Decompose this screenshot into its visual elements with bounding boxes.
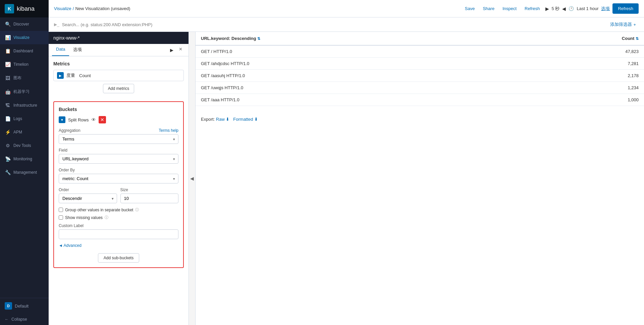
table-row: GET /ahdjcdsc HTTP/1.0 7,281 xyxy=(196,58,644,70)
tab-options[interactable]: 选项 xyxy=(69,44,86,56)
sidebar-item-infrastructure[interactable]: 🏗 Infrastructure xyxy=(0,99,49,112)
group-other-checkbox[interactable] xyxy=(59,208,63,212)
show-missing-checkbox-row: Show missing values ⓘ xyxy=(59,215,178,220)
sidebar-item-logs[interactable]: 📄 Logs xyxy=(0,112,49,125)
order-by-row: Order By metric: Count xyxy=(59,168,178,183)
search-prompt-icon: ▶_ xyxy=(54,22,59,27)
advanced-link[interactable]: ◄ Advanced xyxy=(59,243,178,248)
visualize-icon: 📊 xyxy=(5,35,11,40)
size-col: Size xyxy=(120,187,179,203)
panel-forward-btn[interactable]: ▶ xyxy=(167,44,176,56)
devtools-icon: ⚙ xyxy=(5,143,11,148)
order-by-select[interactable]: metric: Count xyxy=(59,174,178,183)
discover-icon: 🔍 xyxy=(5,21,11,27)
metrics-title: Metrics xyxy=(53,61,184,66)
add-filter-icon: + xyxy=(633,22,636,27)
sidebar-user: D Default xyxy=(0,298,49,314)
refresh-text-button[interactable]: Refresh xyxy=(522,5,543,12)
count-cell: 47,823 xyxy=(518,45,644,58)
metric-label: 度量 xyxy=(66,72,75,78)
sidebar-item-devtools[interactable]: ⚙ Dev Tools xyxy=(0,139,49,152)
size-input[interactable] xyxy=(120,194,179,203)
sidebar-collapse-btn[interactable]: ← Collapse xyxy=(0,314,49,325)
sidebar-item-monitoring[interactable]: 📡 Monitoring xyxy=(0,152,49,166)
inspect-button[interactable]: Inspect xyxy=(500,5,519,12)
main-content: Visualize / New Visualization (unsaved) … xyxy=(49,0,644,325)
order-select[interactable]: Descendir xyxy=(59,194,117,203)
count-cell: 2,178 xyxy=(518,70,644,82)
bucket-expand-icon: ▼ xyxy=(59,116,65,123)
show-missing-info-icon: ⓘ xyxy=(105,215,108,220)
panel-header: nginx-www-* xyxy=(49,32,189,44)
size-label: Size xyxy=(120,187,179,192)
custom-label-input[interactable] xyxy=(59,229,178,239)
order-label: Order xyxy=(59,187,117,192)
field-select[interactable]: URL.keyword xyxy=(59,154,178,164)
export-formatted-link[interactable]: Formatted ⬇ xyxy=(233,117,258,122)
sidebar-item-timelion[interactable]: 📈 Timelion xyxy=(0,58,49,71)
col1-sort-icon[interactable]: ⇅ xyxy=(257,37,260,41)
back-button[interactable]: ◀ xyxy=(562,6,566,11)
export-raw-link[interactable]: Raw ⬇ xyxy=(216,117,231,122)
sidebar-item-ml[interactable]: 🤖 机器学习 xyxy=(0,85,49,99)
bucket-eye-btn[interactable]: 👁 xyxy=(91,117,96,122)
bucket-remove-btn[interactable]: ✕ xyxy=(99,116,106,123)
sidebar-item-discover[interactable]: 🔍 Discover xyxy=(0,17,49,31)
sidebar-bottom: D Default ← Collapse xyxy=(0,298,49,325)
show-missing-checkbox[interactable] xyxy=(59,215,63,220)
terms-help-link[interactable]: Terms help xyxy=(159,128,178,133)
url-cell: GET /uwqjs HTTP/1.0 xyxy=(196,82,518,94)
play-button[interactable]: ▶ xyxy=(545,6,549,11)
kibana-logo-text: kibana xyxy=(17,5,35,12)
save-button[interactable]: Save xyxy=(462,5,478,12)
aggregation-field: Aggregation Terms help Terms xyxy=(59,128,178,144)
sidebar-item-label-logs: Logs xyxy=(13,116,22,121)
sidebar-item-management[interactable]: 🔧 Management xyxy=(0,166,49,179)
sidebar-item-label-devtools: Dev Tools xyxy=(13,143,31,148)
tab-data[interactable]: Data xyxy=(52,44,69,56)
custom-label-title: Custom Label xyxy=(59,223,178,228)
buckets-title: Buckets xyxy=(59,107,178,112)
data-table-panel: URL.keyword: Descending ⇅ Count ⇅ GET / … xyxy=(196,32,644,325)
export-label: Export: xyxy=(201,117,215,122)
sidebar: K kibana 🔍 Discover 📊 Visualize 📋 Dashbo… xyxy=(0,0,49,325)
time-range[interactable]: Last 1 hour xyxy=(577,6,598,11)
share-button[interactable]: Share xyxy=(480,5,497,12)
aggregation-select-wrapper: Terms xyxy=(59,134,178,144)
options-link[interactable]: 选项 xyxy=(601,6,610,12)
group-other-info-icon: ⓘ xyxy=(135,207,139,212)
count-cell: 7,281 xyxy=(518,58,644,70)
user-avatar: D xyxy=(5,302,12,310)
col2-sort-icon[interactable]: ⇅ xyxy=(636,37,639,41)
table-row: GET /aasuhj HTTP/1.0 2,178 xyxy=(196,70,644,82)
metric-item-count[interactable]: ▶ 度量 Count xyxy=(53,70,184,81)
search-input[interactable] xyxy=(62,22,605,27)
sidebar-item-label-monitoring: Monitoring xyxy=(13,157,32,161)
topbar-actions: Save Share Inspect Refresh ▶ 5 秒 ◀ 🕐 Las… xyxy=(462,3,639,14)
sidebar-item-dashboard[interactable]: 📋 Dashboard xyxy=(0,44,49,58)
sidebar-item-canvas[interactable]: 🖼 图布 xyxy=(0,71,49,85)
add-sub-buckets-button[interactable]: Add sub-buckets xyxy=(98,253,139,263)
sidebar-item-visualize[interactable]: 📊 Visualize xyxy=(0,31,49,44)
clock-icon: 🕐 xyxy=(569,6,574,11)
collapse-panel-btn[interactable]: ◀ xyxy=(189,32,196,325)
buckets-section: Buckets ▼ Split Rows 👁 ✕ Aggregation Ter… xyxy=(53,101,184,268)
sidebar-item-label-infrastructure: Infrastructure xyxy=(13,103,37,108)
sidebar-item-label-apm: APM xyxy=(13,130,22,134)
split-rows-label: Split Rows xyxy=(68,117,89,122)
sidebar-item-label-ml: 机器学习 xyxy=(13,89,30,95)
add-filter-btn[interactable]: 添加筛选器 + xyxy=(607,20,639,29)
refresh-button[interactable]: Refresh xyxy=(612,3,639,14)
col-url-header: URL.keyword: Descending ⇅ xyxy=(196,32,518,45)
sidebar-item-apm[interactable]: ⚡ APM xyxy=(0,125,49,139)
aggregation-select[interactable]: Terms xyxy=(59,134,178,144)
panel-close-btn[interactable]: ✕ xyxy=(176,44,185,56)
topbar: Visualize / New Visualization (unsaved) … xyxy=(49,0,644,17)
breadcrumb-root[interactable]: Visualize xyxy=(54,6,71,11)
breadcrumb-separator: / xyxy=(73,6,74,11)
order-select-wrapper: Descendir xyxy=(59,194,117,203)
workspace: nginx-www-* Data 选项 ▶ ✕ Metrics ▶ 度量 Cou… xyxy=(49,32,644,325)
collapse-label: Collapse xyxy=(11,317,27,322)
order-by-label: Order By xyxy=(59,168,178,172)
add-metrics-button[interactable]: Add metrics xyxy=(103,84,134,93)
